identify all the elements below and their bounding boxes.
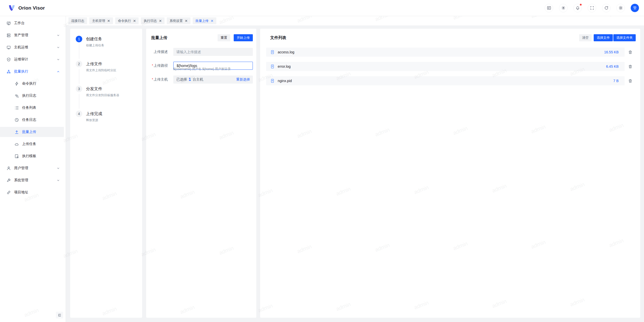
delete-file-button[interactable]	[625, 79, 636, 83]
step-title: 创建任务	[86, 36, 104, 42]
reset-button[interactable]: 重置	[218, 34, 230, 41]
close-icon[interactable]: ✕	[107, 19, 110, 23]
chevron-down-icon	[57, 167, 60, 170]
theme-toggle-icon[interactable]	[559, 4, 568, 12]
chevron-down-icon	[57, 179, 60, 182]
sidebar-item-project-link[interactable]: 项目地址	[0, 187, 64, 197]
file-document-icon	[270, 64, 274, 68]
cluster-nodes-icon	[7, 69, 11, 74]
selected-host-count: 1	[189, 77, 191, 82]
file-row: error.log 6.45 KB	[266, 62, 636, 71]
file-row: access.log 16.55 KB	[266, 48, 636, 57]
main-content: 1 创建任务 创建上传任务 2 上传文件 将文件上传到临时分区 3 分发文件 将…	[66, 25, 644, 322]
sidebar-item-task-list[interactable]: 任务列表	[0, 103, 64, 113]
step-connector	[79, 69, 79, 84]
sidebar-item-upload-task[interactable]: 上传任务	[0, 139, 64, 149]
close-icon[interactable]: ✕	[159, 19, 162, 23]
template-file-icon	[15, 154, 19, 158]
notifications-bell-icon[interactable]	[573, 4, 582, 12]
link-icon	[7, 190, 11, 195]
upload-form-panel: 批量上传 重置 开始上传 上传描述 *上传路径 ${username} 用户名 …	[146, 29, 256, 318]
reselect-hosts-link[interactable]: 重新选择	[236, 77, 250, 82]
upload-icon	[15, 130, 19, 134]
file-name: access.log	[278, 50, 294, 54]
tab-host-mgmt[interactable]: 主机管理 ✕	[89, 17, 113, 24]
log-search-icon	[15, 94, 19, 98]
wrench-icon	[7, 178, 11, 183]
settings-gear-icon[interactable]	[616, 4, 625, 12]
tab-connect-log[interactable]: 连接日志	[68, 17, 87, 24]
sidebar-item-exec-template[interactable]: 执行模板	[0, 151, 64, 161]
sidebar-item-command-exec[interactable]: 命令执行	[0, 79, 64, 89]
header-actions: 管	[545, 4, 639, 12]
user-icon	[7, 166, 11, 170]
sidebar-item-batch-exec[interactable]: 批量执行	[0, 66, 64, 77]
step-upload-files: 2 上传文件 将文件上传到临时分区	[76, 61, 138, 86]
clock-history-icon	[15, 118, 19, 122]
tab-system-settings[interactable]: 系统设置 ✕	[167, 17, 190, 24]
step-connector	[79, 94, 79, 109]
step-number: 3	[76, 86, 82, 92]
start-upload-button[interactable]: 开始上传	[234, 34, 253, 41]
sidebar-item-audit[interactable]: 运维审计	[0, 54, 64, 64]
file-row: nginx.pid 7 B	[266, 76, 636, 85]
selected-hosts-field: 已选择 1 台主机 重新选择	[173, 76, 253, 84]
sidebar-item-system-mgmt[interactable]: 系统管理	[0, 175, 64, 185]
sidebar-item-exec-log[interactable]: 执行日志	[0, 91, 64, 101]
brand: Orion Visor	[8, 4, 45, 12]
sidebar-item-batch-upload[interactable]: 批量上传	[0, 127, 64, 137]
step-desc: 将文件分发到目标服务器	[86, 93, 119, 97]
user-avatar[interactable]: 管	[631, 4, 639, 12]
asset-server-icon	[7, 33, 11, 38]
upload-desc-input[interactable]	[173, 48, 253, 56]
sidebar-item-assets[interactable]: 资产管理	[0, 30, 64, 40]
step-title: 分发文件	[86, 86, 119, 92]
step-desc: 创建上传任务	[86, 43, 104, 48]
tab-batch-upload[interactable]: 批量上传 ✕	[193, 17, 216, 24]
shield-check-icon	[7, 57, 11, 62]
close-icon[interactable]: ✕	[185, 19, 188, 23]
close-icon[interactable]: ✕	[211, 19, 214, 23]
select-file-button[interactable]: 选择文件	[594, 34, 613, 41]
chevron-down-icon	[57, 58, 60, 61]
upload-path-label: *上传路径	[151, 63, 168, 68]
sidebar-collapse-button[interactable]	[56, 312, 63, 318]
step-desc: 将文件上传到临时分区	[86, 68, 116, 73]
clear-files-button[interactable]: 清空	[579, 34, 592, 41]
code-preview-icon[interactable]	[545, 4, 553, 12]
sidebar-item-task-log[interactable]: 任务日志	[0, 115, 64, 125]
step-desc: 释放资源	[86, 118, 102, 122]
workbench-icon	[7, 21, 11, 25]
step-title: 上传完成	[86, 111, 102, 117]
tab-exec-log[interactable]: 执行日志 ✕	[141, 17, 165, 24]
step-title: 上传文件	[86, 61, 116, 67]
delete-file-button[interactable]	[625, 65, 636, 68]
delete-file-button[interactable]	[625, 50, 636, 54]
file-row-body: error.log 6.45 KB	[266, 62, 625, 71]
tab-command-exec[interactable]: 命令执行 ✕	[115, 17, 139, 24]
file-row-body: access.log 16.55 KB	[266, 48, 625, 57]
step-create-task: 1 创建任务 创建上传任务	[76, 36, 138, 61]
file-document-icon	[270, 50, 274, 54]
app-title: Orion Visor	[18, 5, 45, 11]
sidebar-item-user-mgmt[interactable]: 用户管理	[0, 163, 64, 173]
step-connector	[79, 44, 79, 59]
steps-panel: 1 创建任务 创建上传任务 2 上传文件 将文件上传到临时分区 3 分发文件 将…	[70, 29, 142, 318]
upload-desc-label: 上传描述	[151, 50, 168, 54]
app-header: Orion Visor	[0, 0, 644, 16]
select-folder-button[interactable]: 选择文件夹	[613, 34, 636, 41]
step-number: 1	[76, 36, 82, 42]
refresh-icon[interactable]	[602, 4, 611, 12]
step-number: 4	[76, 111, 82, 117]
step-upload-done: 4 上传完成 释放资源	[76, 111, 138, 135]
sidebar-item-workbench[interactable]: 工作台	[0, 18, 64, 28]
chevron-down-icon	[57, 46, 60, 49]
step-number: 2	[76, 61, 82, 67]
fullscreen-icon[interactable]	[588, 4, 596, 12]
lightning-icon	[15, 82, 19, 86]
close-icon[interactable]: ✕	[133, 19, 136, 23]
file-size: 6.45 KB	[606, 64, 619, 68]
chevron-down-icon	[57, 34, 60, 37]
menu-fold-icon	[58, 313, 61, 317]
sidebar-item-host-ops[interactable]: 主机运维	[0, 42, 64, 52]
